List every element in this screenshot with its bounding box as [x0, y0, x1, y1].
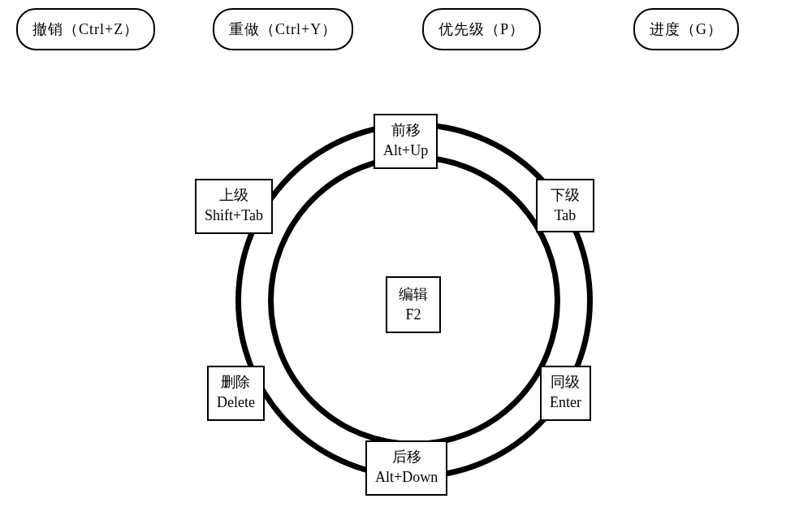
undo-label: 撤销（Ctrl+Z） — [32, 20, 139, 39]
delete-button[interactable]: 删除 Delete — [207, 366, 265, 421]
edit-shortcut: F2 — [399, 305, 428, 325]
delete-shortcut: Delete — [217, 392, 255, 413]
child-level-shortcut: Tab — [551, 206, 580, 226]
child-level-button[interactable]: 下级 Tab — [536, 179, 594, 232]
parent-level-label: 上级 — [205, 185, 263, 206]
undo-button[interactable]: 撤销（Ctrl+Z） — [16, 8, 155, 50]
move-forward-label: 前移 — [383, 120, 428, 141]
move-backward-label: 后移 — [375, 447, 438, 467]
parent-level-button[interactable]: 上级 Shift+Tab — [195, 179, 273, 234]
diagram-canvas: 撤销（Ctrl+Z） 重做（Ctrl+Y） 优先级（P） 进度（G） 编辑 F2… — [0, 0, 812, 529]
redo-label: 重做（Ctrl+Y） — [229, 20, 337, 39]
sibling-level-button[interactable]: 同级 Enter — [540, 366, 591, 421]
priority-button[interactable]: 优先级（P） — [422, 8, 541, 50]
move-forward-button[interactable]: 前移 Alt+Up — [374, 114, 438, 169]
move-forward-shortcut: Alt+Up — [383, 141, 428, 161]
action-wheel: 编辑 F2 前移 Alt+Up 后移 Alt+Down 上级 Shift+Tab… — [235, 122, 593, 479]
edit-label: 编辑 — [399, 284, 428, 305]
redo-button[interactable]: 重做（Ctrl+Y） — [213, 8, 353, 50]
progress-label: 进度（G） — [650, 20, 723, 39]
delete-label: 删除 — [217, 372, 255, 392]
progress-button[interactable]: 进度（G） — [633, 8, 739, 50]
edit-button[interactable]: 编辑 F2 — [386, 276, 441, 333]
move-backward-shortcut: Alt+Down — [375, 467, 438, 488]
parent-level-shortcut: Shift+Tab — [205, 206, 263, 226]
sibling-level-shortcut: Enter — [550, 392, 581, 413]
sibling-level-label: 同级 — [550, 372, 581, 392]
move-backward-button[interactable]: 后移 Alt+Down — [365, 440, 447, 496]
child-level-label: 下级 — [551, 185, 580, 206]
priority-label: 优先级（P） — [438, 20, 525, 39]
